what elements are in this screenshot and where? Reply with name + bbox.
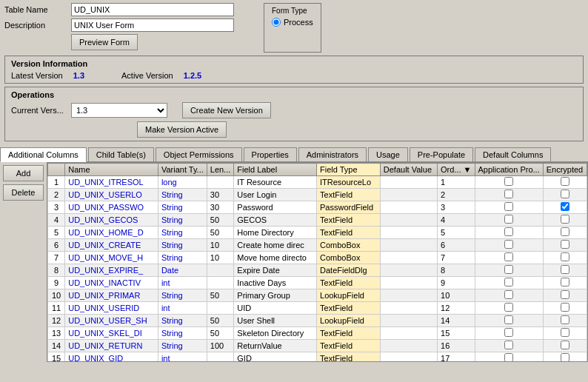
row-app[interactable]	[475, 352, 543, 363]
row-variant[interactable]: String	[158, 227, 207, 239]
table-row[interactable]: 12 UD_UNIX_USER_SH String 50 User Shell …	[48, 315, 587, 327]
row-app[interactable]	[475, 327, 543, 340]
row-ord[interactable]: 17	[438, 352, 475, 363]
row-ord[interactable]: 5	[438, 227, 475, 239]
row-default[interactable]	[380, 277, 437, 289]
row-app[interactable]	[475, 214, 543, 227]
row-variant[interactable]: Date	[158, 264, 207, 277]
app-checkbox[interactable]	[504, 290, 513, 299]
enc-checkbox[interactable]	[561, 240, 569, 249]
app-checkbox[interactable]	[504, 177, 513, 186]
row-label[interactable]: ReturnValue	[234, 340, 317, 352]
row-enc[interactable]	[543, 176, 587, 189]
delete-button[interactable]: Delete	[3, 184, 44, 201]
table-row[interactable]: 9 UD_UNIX_INACTIV int Inactive Days Text…	[48, 277, 587, 289]
row-name[interactable]: UD_UNIX_USERID	[65, 302, 158, 315]
enc-checkbox[interactable]	[561, 328, 569, 337]
col-header-ord[interactable]: Ord... ▼	[438, 164, 475, 176]
row-name[interactable]: UD_UNIX_GECOS	[65, 214, 158, 227]
tab-properties[interactable]: Properties	[244, 147, 297, 161]
col-header-enc[interactable]: Encrypted	[543, 164, 587, 176]
row-len[interactable]: 50	[207, 315, 234, 327]
app-checkbox[interactable]	[504, 315, 513, 324]
table-row[interactable]: 13 UD_UNIX_SKEL_DI String 50 Skeleton Di…	[48, 327, 587, 340]
table-row[interactable]: 2 UD_UNIX_USERLO String 30 User Login Te…	[48, 189, 587, 201]
row-len[interactable]: 50	[207, 227, 234, 239]
process-radio[interactable]	[272, 18, 281, 27]
row-name[interactable]: UD_UNIX_PRIMAR	[65, 289, 158, 302]
preview-form-button[interactable]: Preview Form	[71, 34, 138, 50]
row-label[interactable]: Home Directory	[234, 227, 317, 239]
table-row[interactable]: 10 UD_UNIX_PRIMAR String 50 Primary Grou…	[48, 289, 587, 302]
app-checkbox[interactable]	[504, 190, 513, 198]
row-name[interactable]: UD_UNIX_USERLO	[65, 189, 158, 201]
row-variant[interactable]: int	[158, 352, 207, 363]
app-checkbox[interactable]	[504, 328, 513, 337]
row-name[interactable]: UD_UNIX_EXPIRE_	[65, 264, 158, 277]
enc-checkbox[interactable]	[561, 341, 569, 349]
col-header-app[interactable]: Application Pro...	[475, 164, 543, 176]
row-ord[interactable]: 9	[438, 277, 475, 289]
row-app[interactable]	[475, 340, 543, 352]
row-len[interactable]: 50	[207, 327, 234, 340]
row-label[interactable]: IT Resource	[234, 176, 317, 189]
row-len[interactable]	[207, 302, 234, 315]
row-label[interactable]: Password	[234, 201, 317, 214]
row-enc[interactable]	[543, 227, 587, 239]
row-len[interactable]: 100	[207, 340, 234, 352]
row-len[interactable]	[207, 277, 234, 289]
row-name[interactable]: UD_UNIX_RETURN	[65, 340, 158, 352]
table-row[interactable]: 4 UD_UNIX_GECOS String 50 GECOS TextFiel…	[48, 214, 587, 227]
current-vers-select[interactable]: 1.3	[71, 103, 167, 118]
row-type[interactable]: TextField	[317, 327, 381, 340]
add-button[interactable]: Add	[3, 165, 44, 181]
row-ord[interactable]: 4	[438, 214, 475, 227]
row-enc[interactable]	[543, 214, 587, 227]
row-variant[interactable]: String	[158, 189, 207, 201]
row-app[interactable]	[475, 289, 543, 302]
row-type[interactable]: PasswordField	[317, 201, 381, 214]
row-app[interactable]	[475, 227, 543, 239]
app-checkbox[interactable]	[504, 202, 513, 211]
row-enc[interactable]	[543, 289, 587, 302]
row-name[interactable]: UD_UNIX_MOVE_H	[65, 252, 158, 264]
enc-checkbox[interactable]	[561, 278, 569, 286]
row-enc[interactable]	[543, 352, 587, 363]
row-enc[interactable]	[543, 340, 587, 352]
row-label[interactable]: User Shell	[234, 315, 317, 327]
tab-additional-columns[interactable]: Additional Columns	[0, 147, 87, 162]
row-name[interactable]: UD_UNIX_INACTIV	[65, 277, 158, 289]
table-row[interactable]: 6 UD_UNIX_CREATE String 10 Create home d…	[48, 239, 587, 252]
tab-default-columns[interactable]: Default Columns	[475, 147, 551, 161]
row-type[interactable]: TextField	[317, 214, 381, 227]
row-label[interactable]: Expire Date	[234, 264, 317, 277]
row-default[interactable]	[380, 352, 437, 363]
row-ord[interactable]: 7	[438, 252, 475, 264]
row-default[interactable]	[380, 189, 437, 201]
table-row[interactable]: 8 UD_UNIX_EXPIRE_ Date Expire Date DateF…	[48, 264, 587, 277]
row-variant[interactable]: int	[158, 302, 207, 315]
row-type[interactable]: TextField	[317, 352, 381, 363]
row-default[interactable]	[380, 302, 437, 315]
tab-usage[interactable]: Usage	[368, 147, 408, 161]
app-checkbox[interactable]	[504, 227, 513, 236]
col-header-type[interactable]: Field Type	[317, 164, 381, 176]
row-app[interactable]	[475, 315, 543, 327]
table-row[interactable]: 15 UD_UNIX_GID int GID TextField 17	[48, 352, 587, 363]
row-label[interactable]: Create home direc	[234, 239, 317, 252]
row-label[interactable]: Inactive Days	[234, 277, 317, 289]
row-ord[interactable]: 2	[438, 189, 475, 201]
enc-checkbox[interactable]	[561, 290, 569, 299]
create-version-button[interactable]: Create New Version	[182, 102, 271, 118]
row-app[interactable]	[475, 252, 543, 264]
row-enc[interactable]	[543, 201, 587, 214]
row-app[interactable]	[475, 264, 543, 277]
row-type[interactable]: ComboBox	[317, 239, 381, 252]
row-default[interactable]	[380, 252, 437, 264]
col-header-label[interactable]: Field Label	[234, 164, 317, 176]
row-variant[interactable]: String	[158, 239, 207, 252]
row-name[interactable]: UD_UNIX_CREATE	[65, 239, 158, 252]
row-label[interactable]: User Login	[234, 189, 317, 201]
row-variant[interactable]: String	[158, 289, 207, 302]
row-default[interactable]	[380, 239, 437, 252]
